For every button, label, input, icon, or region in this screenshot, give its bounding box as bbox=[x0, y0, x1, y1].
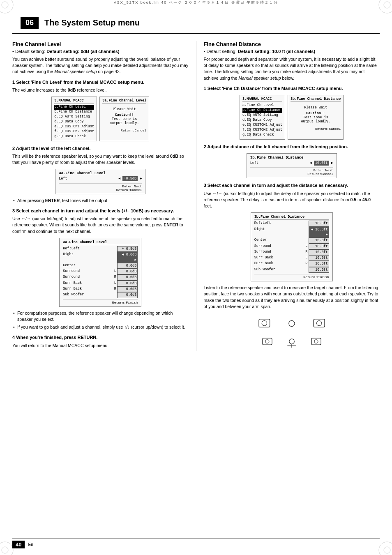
left-screen1-return: Return:Cancel bbox=[102, 129, 146, 132]
right-screen3-return: Return:Finish bbox=[254, 274, 329, 279]
svg-rect-10 bbox=[314, 319, 325, 327]
right-screen3-ref: Ref:Left 10.0ft bbox=[254, 221, 329, 226]
svg-point-11 bbox=[316, 320, 321, 325]
left-screen1-line1: b.Fine Ch Level bbox=[54, 105, 94, 110]
left-screen2-title: 3a.Fine Channel Level bbox=[59, 171, 142, 175]
left-screen1-left: 3.MANUAL MCACC b.Fine Ch Level b.Fine Ch… bbox=[51, 97, 97, 141]
right-screen3-center: Center 10.0ft bbox=[254, 237, 329, 243]
right-section-title: Fine Channel Distance bbox=[204, 41, 380, 47]
page-lang: En bbox=[28, 542, 33, 547]
left-screen1-please-wait: Please Wait bbox=[104, 107, 145, 111]
right-screen3-surrback-r: Surr Back R 10.0ft bbox=[254, 261, 329, 267]
right-screen1-right-title: 3b.Fine Channel Distance bbox=[291, 97, 341, 102]
svg-point-9 bbox=[262, 320, 267, 325]
left-screen1-line4: d.EQ Data Copy bbox=[54, 120, 94, 124]
left-screen1-right: 3a.Fine Channel Level Please Wait Cautio… bbox=[99, 97, 149, 141]
left-step3-heading: 3 Select each channel in turn and adjust… bbox=[12, 208, 189, 214]
left-screen3: 3a.Fine Channel Level Ref:Left + 0.5dB R… bbox=[59, 238, 141, 307]
right-screen2-label: Left bbox=[250, 161, 258, 166]
left-screen3-surrback-l: Surr Back L 0.0dB bbox=[63, 281, 138, 286]
right-step4-body: Listen to the reference speaker and use … bbox=[204, 285, 380, 310]
right-screen1-container: 3.MANUAL MCACC a.Fine Ch Level b.Fine Ch… bbox=[204, 95, 380, 139]
right-screen2-enter: Enter:NextReturn:Cancel bbox=[250, 167, 333, 176]
left-screen1-caution2: output loudly. bbox=[104, 121, 145, 125]
right-default-value: Default setting: 10.0 ft (all channels) bbox=[238, 49, 315, 54]
left-screen3-center: Center 0.0dB bbox=[63, 263, 138, 269]
left-step1-heading: 1 Select 'Fine Ch Level' from the Manual… bbox=[12, 79, 189, 85]
left-bullet3: If you want to go back and adjust a chan… bbox=[17, 324, 189, 330]
left-screen2-value: ◄ +0.5dB ► bbox=[118, 176, 142, 181]
left-bullet2: For comparison purposes, the reference s… bbox=[17, 310, 189, 322]
right-screen1-right: 3b.Fine Channel Distance Please Wait Cau… bbox=[288, 95, 344, 139]
right-screen3-surrback-l: Surr Back L 10.0ft bbox=[254, 255, 329, 261]
right-screen1-line3: c.EQ AUTO Setting bbox=[242, 113, 282, 118]
page-footer: 40 En bbox=[12, 539, 380, 548]
right-screen3-surr-l: Surround L 10.0ft bbox=[254, 244, 329, 249]
right-screen1-right-content: Please Wait Caution!! Test tone is outpu… bbox=[291, 103, 341, 125]
right-step3-heading: 3 Select each channel in turn and adjust… bbox=[204, 182, 380, 189]
svg-point-17 bbox=[289, 339, 294, 344]
left-screen2-label: Left bbox=[59, 176, 67, 181]
svg-rect-8 bbox=[259, 319, 270, 327]
left-screen3-title: 3a.Fine Channel Level bbox=[63, 240, 138, 245]
right-screen1-left: 3.MANUAL MCACC a.Fine Ch Level b.Fine Ch… bbox=[240, 95, 285, 139]
right-step2-heading: 2 Adjust the distance of the left channe… bbox=[204, 144, 380, 150]
left-screen2-row: Left ◄ +0.5dB ► bbox=[59, 176, 142, 181]
left-screen2: 3a.Fine Channel Level Left ◄ +0.5dB ► En… bbox=[55, 169, 145, 194]
left-screen3-right: Right ◄ 0.0dB ► bbox=[63, 252, 138, 263]
left-step2-heading: 2 Adjust the level of the left channel. bbox=[12, 145, 189, 152]
left-step3-body: Use ←/→ (cursor left/right) to adjust th… bbox=[12, 216, 189, 235]
right-screen3-surr-r: Surround R 10.0ft bbox=[254, 249, 329, 255]
svg-point-14 bbox=[265, 340, 269, 343]
speaker-diagram bbox=[255, 315, 329, 348]
left-screen1-caution1: Test tone is bbox=[104, 117, 145, 121]
right-screen1-please-wait: Please Wait bbox=[292, 106, 339, 110]
left-default-setting: • Default setting: Default setting: 0dB … bbox=[12, 49, 189, 54]
right-screen3-title: 3b.Fine Channel Distance bbox=[254, 215, 329, 220]
right-screen1-line1: a.Fine Ch Level bbox=[242, 103, 282, 108]
page-number: 40 bbox=[12, 541, 25, 548]
left-section-title: Fine Channel Level bbox=[12, 41, 189, 47]
left-screen1-right-title: 3a.Fine Channel Level bbox=[102, 99, 146, 104]
right-screen1-return: Return:Cancel bbox=[291, 127, 341, 131]
right-screen2-row: Left ◄ 10.0ft ► bbox=[250, 161, 333, 166]
left-step2-body: This will be the reference speaker level… bbox=[12, 153, 189, 166]
left-step1-body: The volume increases to the 0dB referenc… bbox=[12, 87, 189, 93]
right-screen1-line6: f.EQ CUSTOM2 Adjust bbox=[242, 128, 282, 133]
left-screen3-surrback-r: Surr Back R 0.0dB bbox=[63, 286, 138, 292]
svg-rect-15 bbox=[311, 338, 321, 345]
left-column: Fine Channel Level • Default setting: De… bbox=[12, 41, 196, 351]
left-intro-text: You can achieve better surround sound by… bbox=[12, 56, 189, 75]
left-screen1-line6: f.EQ CUSTOM2 Adjust bbox=[54, 129, 94, 134]
svg-point-1 bbox=[2, 2, 8, 8]
svg-point-5 bbox=[2, 547, 8, 553]
right-screen1-caution: Caution!! bbox=[292, 111, 339, 115]
left-step4-heading: 4 When you're finished, press RETURN. bbox=[12, 334, 189, 341]
svg-point-7 bbox=[384, 547, 390, 553]
right-step3-body: Use ←/→ (cursor left/right) to adjust th… bbox=[204, 191, 380, 210]
left-screen3-surr-l: Surround L 0.0dB bbox=[63, 269, 138, 274]
right-column: Fine Channel Distance • Default setting:… bbox=[196, 41, 380, 351]
left-default-value: Default setting: 0dB (all channels) bbox=[46, 49, 119, 54]
left-screen3-sub: Sub Woofer 0.0dB bbox=[63, 292, 138, 298]
right-screen1-left-title: 3.MANUAL MCACC bbox=[242, 97, 282, 102]
right-screen1-line5: e.EQ CUSTOM1 Adjust bbox=[242, 123, 282, 128]
right-default-setting: • Default setting: Default setting: 10.0… bbox=[204, 49, 380, 54]
right-screen1-caution2: output loudly. bbox=[292, 120, 339, 124]
svg-point-3 bbox=[384, 2, 390, 8]
right-screen1-caution1: Test tone is bbox=[292, 115, 339, 120]
right-screen1-line2: b.Fine Ch Distance bbox=[242, 108, 282, 113]
left-step4-body: You will return to the Manual MCACC setu… bbox=[12, 343, 189, 349]
left-screen1-right-content: Please Wait Caution!! Test tone is outpu… bbox=[102, 105, 146, 127]
left-screen3-return: Return:Finish bbox=[63, 299, 138, 304]
left-screen1-line2: b.Fine Ch Distance bbox=[54, 110, 94, 115]
svg-point-16 bbox=[314, 340, 318, 343]
left-screen3-surr-r: Surround R 0.0dB bbox=[63, 274, 138, 280]
left-screen1-container: 3.MANUAL MCACC b.Fine Ch Level b.Fine Ch… bbox=[12, 97, 189, 141]
right-screen2-value: ◄ 10.0ft ► bbox=[310, 161, 333, 166]
svg-rect-13 bbox=[263, 338, 272, 345]
left-bullet1: After pressing ENTER, test tones will be… bbox=[17, 198, 189, 204]
chapter-number: 06 bbox=[21, 17, 39, 29]
right-screen1-line7: g.EQ Data Check bbox=[242, 133, 282, 138]
right-screen1-line4: d.EQ Data Copy bbox=[242, 118, 282, 123]
